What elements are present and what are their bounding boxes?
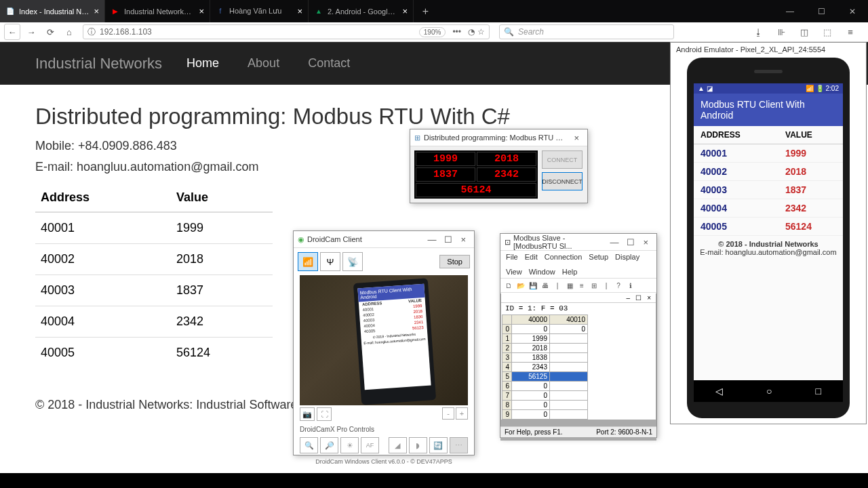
wifi-icon[interactable]: 📶 xyxy=(298,252,318,271)
plus-button[interactable]: + xyxy=(456,407,468,420)
close-icon[interactable]: × xyxy=(402,6,408,16)
home-button[interactable]: ⌂ xyxy=(61,24,77,40)
register-row[interactable]: 556125 xyxy=(502,372,588,382)
register-row[interactable]: 31838 xyxy=(502,353,588,363)
menu-file[interactable]: File xyxy=(506,253,518,261)
nav-about[interactable]: About xyxy=(248,56,279,70)
forward-button[interactable]: → xyxy=(23,24,39,40)
new-tab-button[interactable]: + xyxy=(414,0,437,22)
download-icon[interactable]: ⭳ xyxy=(750,24,766,40)
maximize-icon[interactable]: ☐ xyxy=(440,235,456,245)
settings-icon[interactable]: ⋯ xyxy=(450,437,468,453)
snapshot-icon[interactable]: 📷 xyxy=(300,407,315,421)
mdi-close[interactable]: × xyxy=(644,294,654,302)
disconnect-button[interactable]: DISCONNECT xyxy=(542,172,583,190)
close-icon[interactable]: × xyxy=(456,235,470,245)
stop-button[interactable]: Stop xyxy=(439,255,470,268)
af-button[interactable]: AF xyxy=(361,437,379,453)
csharp-titlebar[interactable]: ⊞ Distributed programming: Modbus RTU Wi… xyxy=(410,129,587,146)
close-icon[interactable]: × xyxy=(94,6,99,16)
tab-3[interactable]: f Hoàng Văn Lưu × xyxy=(210,0,309,22)
bookmark-icon[interactable]: ☆ xyxy=(477,27,485,37)
maximize-button[interactable]: ☐ xyxy=(806,0,837,22)
close-icon[interactable]: × xyxy=(639,237,652,247)
about-icon[interactable]: ℹ xyxy=(625,280,636,291)
register-row[interactable]: 42343 xyxy=(502,363,588,372)
zoom-indicator[interactable]: 190% xyxy=(419,27,446,37)
register-row[interactable]: 22018 xyxy=(502,344,588,353)
menu-icon[interactable]: ≡ xyxy=(842,24,859,40)
register-row[interactable]: 11999 xyxy=(502,334,588,344)
open-icon[interactable]: 📂 xyxy=(515,280,526,291)
recent-button[interactable]: □ xyxy=(816,386,821,396)
help-icon[interactable]: ? xyxy=(613,280,624,291)
speaker-icon xyxy=(754,70,783,73)
tab-2[interactable]: ▶ Industrial Networks - YouTube × xyxy=(105,0,210,22)
flip-h-icon[interactable]: ◢ xyxy=(389,437,407,453)
back-button[interactable]: ◁ xyxy=(715,386,723,396)
menu-help[interactable]: Help xyxy=(562,268,578,276)
phone-frame: ▲ ◪ 📶 🔋 2:02 Modbus RTU Client With Andr… xyxy=(687,58,850,418)
more-icon[interactable]: ••• xyxy=(452,27,461,37)
menu-view[interactable]: View xyxy=(506,268,522,276)
table-row: 400031837 xyxy=(694,181,843,199)
minimize-icon[interactable]: — xyxy=(606,237,623,247)
tab-4[interactable]: ▲ 2. Android - Google Drive × xyxy=(309,0,414,22)
modslave-title: Modbus Slave - [ModbusRTU Sl... xyxy=(513,234,606,250)
minus-button[interactable]: - xyxy=(442,407,454,420)
maximize-icon[interactable]: ☐ xyxy=(623,237,639,247)
brand-logo[interactable]: Industrial Networks xyxy=(35,55,162,73)
url-bar[interactable]: ⓘ 192.168.1.103 190% ••• ◔ ☆ xyxy=(83,24,490,39)
sidebar-icon[interactable]: ◫ xyxy=(796,24,812,40)
nav-home[interactable]: Home xyxy=(186,56,219,70)
reader-icon[interactable]: ◔ xyxy=(468,27,475,37)
nav-contact[interactable]: Contact xyxy=(308,56,350,70)
minimize-button[interactable]: — xyxy=(774,0,806,22)
table-row: 400022018 xyxy=(694,163,843,181)
search-bar[interactable]: 🔍 Search xyxy=(499,24,674,39)
mdi-minimize[interactable]: – xyxy=(624,294,633,302)
menu-window[interactable]: Window xyxy=(529,268,555,276)
save-icon[interactable]: 💾 xyxy=(528,280,538,291)
menu-connection[interactable]: Connection xyxy=(545,253,583,261)
brightness-icon[interactable]: ☀ xyxy=(340,437,359,453)
addons-icon[interactable]: ⬚ xyxy=(819,24,835,40)
menu-edit[interactable]: Edit xyxy=(525,253,538,261)
table-row: 400042342 xyxy=(35,306,273,338)
close-window-button[interactable]: ✕ xyxy=(837,0,868,22)
home-button[interactable]: ○ xyxy=(766,386,772,396)
zoom-out-icon[interactable]: 🔍 xyxy=(300,437,318,453)
usb-icon[interactable]: Ψ xyxy=(320,252,340,271)
zoom-in-icon[interactable]: 🔎 xyxy=(320,437,338,453)
connect-icon[interactable]: ▦ xyxy=(564,280,575,291)
reload-button[interactable]: ⟳ xyxy=(42,24,58,40)
emulator-table: ADDRESSVALUE 400011999400022018400031837… xyxy=(694,126,843,236)
droidcam-titlebar[interactable]: ◉ DroidCam Client — ☐ × xyxy=(294,231,474,248)
close-icon[interactable]: × xyxy=(199,6,204,16)
register-row[interactable]: 90 xyxy=(502,410,588,420)
fullscreen-icon[interactable]: ⛶ xyxy=(317,407,332,421)
minimize-icon[interactable]: — xyxy=(423,235,440,245)
mdi-maximize[interactable]: ☐ xyxy=(633,294,644,302)
register-row[interactable]: 70 xyxy=(502,391,588,401)
connect-button[interactable]: CONNECT xyxy=(542,150,583,169)
flip-v-icon[interactable]: ◗ xyxy=(409,437,427,453)
modslave-titlebar[interactable]: ⊡ Modbus Slave - [ModbusRTU Sl... — ☐ × xyxy=(500,234,656,251)
server-icon[interactable]: 📡 xyxy=(342,252,363,271)
library-icon[interactable]: ⊪ xyxy=(773,24,789,40)
back-button[interactable]: ← xyxy=(4,24,20,40)
menu-display[interactable]: Display xyxy=(615,253,639,261)
new-icon[interactable]: 🗋 xyxy=(503,280,514,291)
register-row[interactable]: 80 xyxy=(502,401,588,410)
print-icon[interactable]: 🖶 xyxy=(540,280,551,291)
register-row[interactable]: 60 xyxy=(502,382,588,391)
tab-1[interactable]: 📄 Index - Industrial Networks × xyxy=(0,0,105,22)
close-icon[interactable]: × xyxy=(570,133,583,143)
register-row[interactable]: 000 xyxy=(502,325,588,334)
menu-setup[interactable]: Setup xyxy=(589,253,608,261)
rotate-icon[interactable]: 🔄 xyxy=(429,437,448,453)
tile-icon[interactable]: ⊞ xyxy=(589,280,599,291)
register-table[interactable]: 4000040010 00011999220183183842343556125… xyxy=(502,314,588,420)
setup-icon[interactable]: ≡ xyxy=(576,280,587,291)
close-icon[interactable]: × xyxy=(297,6,302,16)
